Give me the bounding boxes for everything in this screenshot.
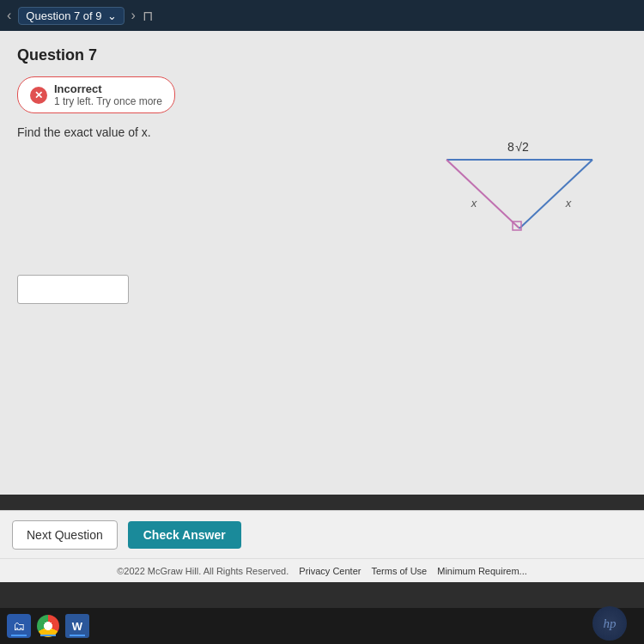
svg-text:√2: √2 bbox=[515, 140, 529, 154]
triangle-diagram: 8 √2 x x bbox=[429, 134, 618, 271]
triangle-svg: 8 √2 x x bbox=[429, 134, 618, 271]
svg-line-2 bbox=[519, 160, 592, 228]
minimum-requirements-link[interactable]: Minimum Requirem... bbox=[437, 566, 527, 576]
svg-text:x: x bbox=[471, 197, 477, 210]
incorrect-sub: 1 try left. Try once more bbox=[54, 95, 162, 107]
incorrect-icon: ✕ bbox=[30, 87, 47, 104]
taskbar-chrome[interactable] bbox=[36, 614, 60, 638]
hp-logo-area: hp bbox=[592, 606, 627, 641]
nav-forward-button[interactable]: › bbox=[131, 8, 136, 23]
footer-bar: Next Question Check Answer bbox=[0, 510, 644, 558]
main-content: Question 7 ✕ Incorrect 1 try left. Try o… bbox=[0, 31, 644, 495]
nav-back-button[interactable]: ‹ bbox=[7, 8, 11, 23]
hp-logo: hp bbox=[592, 606, 627, 641]
terms-of-use-link[interactable]: Terms of Use bbox=[371, 566, 427, 576]
dropdown-icon: ⌄ bbox=[107, 9, 117, 22]
copyright-text: ©2022 McGraw Hill. All Rights Reserved. bbox=[117, 566, 289, 576]
svg-line-1 bbox=[447, 160, 519, 228]
next-question-button[interactable]: Next Question bbox=[12, 520, 118, 550]
svg-text:8: 8 bbox=[507, 140, 514, 154]
taskbar-word[interactable]: W bbox=[65, 614, 89, 638]
svg-text:x: x bbox=[565, 197, 572, 210]
incorrect-label: Incorrect bbox=[54, 82, 162, 95]
question-title: Question 7 bbox=[17, 46, 627, 64]
incorrect-text: Incorrect 1 try left. Try once more bbox=[54, 82, 162, 107]
taskbar: 🗂 W hp bbox=[0, 608, 644, 644]
check-answer-button[interactable]: Check Answer bbox=[128, 521, 241, 549]
nav-bookmark-button[interactable]: ⊓ bbox=[143, 8, 153, 24]
question-selector-label: Question 7 of 9 bbox=[26, 9, 101, 22]
nav-bar: ‹ Question 7 of 9 ⌄ › ⊓ bbox=[0, 0, 644, 31]
taskbar-file-manager[interactable]: 🗂 bbox=[7, 614, 31, 638]
answer-input[interactable] bbox=[17, 275, 129, 304]
copyright-bar: ©2022 McGraw Hill. All Rights Reserved. … bbox=[0, 558, 644, 582]
incorrect-badge: ✕ Incorrect 1 try left. Try once more bbox=[17, 76, 175, 113]
question-selector[interactable]: Question 7 of 9 ⌄ bbox=[18, 7, 124, 25]
privacy-center-link[interactable]: Privacy Center bbox=[299, 566, 361, 576]
